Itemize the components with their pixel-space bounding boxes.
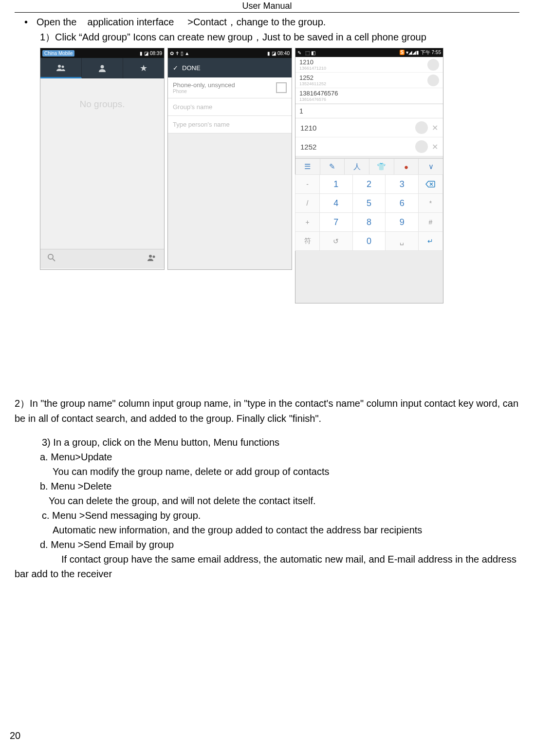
step1-prefix: 1）Click bbox=[40, 32, 76, 42]
svg-line-4 bbox=[53, 259, 55, 261]
add-group-icon[interactable] bbox=[147, 253, 157, 265]
step2-paragraph: 2）In "the group name" column input group… bbox=[15, 396, 519, 426]
carrier-label: China Mobile bbox=[42, 50, 74, 57]
header-rule bbox=[15, 12, 519, 13]
key-enter[interactable]: ↵ bbox=[418, 231, 443, 251]
avatar-icon bbox=[415, 121, 428, 134]
search-input[interactable]: 1 bbox=[295, 104, 443, 118]
key-7[interactable]: 7 bbox=[319, 212, 353, 232]
step1-quoted: “Add group” bbox=[79, 32, 130, 42]
ime-shirt-icon[interactable]: 👕 bbox=[369, 159, 394, 174]
tab-groups[interactable] bbox=[40, 58, 82, 78]
ime-toolbar: ☰ ✎ 人 👕 ● ∨ bbox=[295, 158, 443, 175]
bullet-open-app: • Open the application interface >Contac… bbox=[24, 16, 519, 29]
tab-person[interactable] bbox=[82, 58, 123, 78]
bullet-text-a: Open the bbox=[37, 17, 76, 27]
avatar-icon bbox=[427, 75, 439, 86]
key-6[interactable]: 6 bbox=[385, 193, 419, 213]
key-star[interactable]: * bbox=[418, 193, 443, 213]
step3-block: 3) In a group, click on the Menu button,… bbox=[40, 435, 519, 552]
tab-favorites[interactable]: ★ bbox=[123, 58, 164, 78]
person-icon bbox=[98, 64, 107, 73]
header-title: User Manual bbox=[0, 0, 534, 11]
group-name-input[interactable]: Group's name bbox=[168, 98, 292, 116]
no-groups-text: No groups. bbox=[80, 99, 125, 110]
step3-intro: 3) In a group, click on the Menu button,… bbox=[42, 435, 519, 450]
account-row[interactable]: Phone-only, unsynced Phone bbox=[168, 77, 292, 98]
done-bar[interactable]: ✓ DONE bbox=[168, 58, 292, 77]
svg-point-6 bbox=[153, 256, 155, 258]
key-undo[interactable]: ↺ bbox=[319, 231, 353, 251]
check-icon: ✓ bbox=[173, 64, 178, 72]
key-4[interactable]: 4 bbox=[319, 193, 353, 213]
ime-record-icon[interactable]: ● bbox=[394, 159, 419, 174]
group-icon bbox=[55, 63, 66, 72]
page-header: User Manual bbox=[0, 0, 534, 13]
suggestion-item[interactable]: 1381647657613816476576 bbox=[295, 88, 443, 104]
screenshot-add-contacts: ✎ ⬚ ◧ S ▾◢◢▮ 下午 7:55 121013661471210 125… bbox=[295, 48, 443, 303]
ime-chevron-down-icon[interactable]: ∨ bbox=[419, 159, 443, 174]
status-bar: China Mobile ▮ ◪ 08:39 bbox=[40, 48, 164, 58]
key-hash[interactable]: # bbox=[418, 212, 443, 232]
key-5[interactable]: 5 bbox=[352, 193, 386, 213]
key-plus[interactable]: + bbox=[295, 212, 320, 232]
svg-point-0 bbox=[58, 65, 61, 68]
account-checkbox[interactable] bbox=[276, 82, 287, 93]
step3-d-body: If contact group have the same email add… bbox=[15, 552, 519, 581]
svg-point-2 bbox=[101, 65, 104, 69]
done-label: DONE bbox=[182, 64, 201, 72]
key-slash[interactable]: / bbox=[295, 193, 320, 213]
ime-menu-icon[interactable]: ☰ bbox=[295, 159, 320, 174]
avatar-icon bbox=[415, 140, 428, 153]
step3-b-body: You can delete the group, and will not d… bbox=[49, 493, 519, 508]
screenshot-groups-empty: China Mobile ▮ ◪ 08:39 ★ No groups. bbox=[40, 48, 165, 270]
page-number: 20 bbox=[10, 730, 20, 741]
key-8[interactable]: 8 bbox=[352, 212, 386, 232]
close-icon[interactable]: ✕ bbox=[432, 142, 438, 151]
step3-a-body: You can modify the group name, delete or… bbox=[53, 464, 519, 479]
selected-contact-chip[interactable]: 1210 ✕ bbox=[295, 118, 443, 137]
bullet-text-b: application interface bbox=[88, 17, 174, 27]
status-bar: ✿ ✝ ▯ ▲ ▮ ◪ 08:40 bbox=[168, 48, 292, 58]
key-0[interactable]: 0 bbox=[352, 231, 386, 251]
bullet-dot: • bbox=[24, 17, 28, 27]
screenshot-create-group: ✿ ✝ ▯ ▲ ▮ ◪ 08:40 ✓ DONE Phone-only, uns… bbox=[167, 48, 292, 270]
suggestion-list: 121013661471210 125213524611252 13816476… bbox=[295, 57, 443, 104]
step3-c-body: Automatic new information, and the group… bbox=[53, 523, 519, 537]
person-name-input[interactable]: Type person's name bbox=[168, 116, 292, 133]
key-minus[interactable]: - bbox=[295, 174, 320, 194]
ime-person-icon[interactable]: 人 bbox=[345, 159, 369, 174]
key-9[interactable]: 9 bbox=[385, 212, 419, 232]
step3-c-label: c. Menu >Send messaging by group. bbox=[42, 508, 519, 523]
close-icon[interactable]: ✕ bbox=[432, 123, 438, 132]
key-2[interactable]: 2 bbox=[352, 174, 386, 194]
bottom-bar bbox=[40, 249, 164, 268]
key-3[interactable]: 3 bbox=[385, 174, 419, 194]
status-time: ▮ ◪ 08:40 bbox=[267, 51, 290, 56]
groups-body: No groups. bbox=[40, 78, 164, 249]
step1-line: 1）Click “Add group” Icons can create new… bbox=[40, 31, 519, 44]
step3-a-label: a. Menu>Update bbox=[40, 450, 519, 464]
status-left: ✿ ✝ ▯ ▲ bbox=[170, 51, 189, 56]
key-space[interactable]: ␣ bbox=[385, 231, 419, 251]
step1-tail: saved in a cell phone group bbox=[307, 32, 426, 42]
status-time: ▮ ◪ 08:39 bbox=[140, 51, 162, 56]
suggestion-item[interactable]: 121013661471210 bbox=[295, 57, 443, 73]
search-icon[interactable] bbox=[47, 253, 56, 265]
selected-contact-chip[interactable]: 1252 ✕ bbox=[295, 137, 443, 156]
suggestion-item[interactable]: 125213524611252 bbox=[295, 73, 443, 88]
svg-point-5 bbox=[149, 255, 152, 258]
screenshots-row: China Mobile ▮ ◪ 08:39 ★ No groups. bbox=[40, 48, 519, 303]
key-symbol[interactable]: 符 bbox=[295, 231, 320, 251]
account-label: Phone-only, unsynced Phone bbox=[173, 81, 235, 94]
step3-d-label: d. Menu >Send Email by group bbox=[40, 537, 519, 552]
svg-point-1 bbox=[62, 65, 64, 68]
key-1[interactable]: 1 bbox=[319, 174, 353, 194]
sogou-icon: S bbox=[400, 50, 405, 55]
avatar-icon bbox=[427, 59, 439, 71]
key-backspace[interactable] bbox=[418, 174, 443, 194]
bullet-text-c: >Contact，change to the group. bbox=[187, 17, 326, 27]
ime-edit-icon[interactable]: ✎ bbox=[320, 159, 345, 174]
status-bar: ✎ ⬚ ◧ S ▾◢◢▮ 下午 7:55 bbox=[295, 48, 443, 57]
star-icon: ★ bbox=[140, 63, 147, 74]
